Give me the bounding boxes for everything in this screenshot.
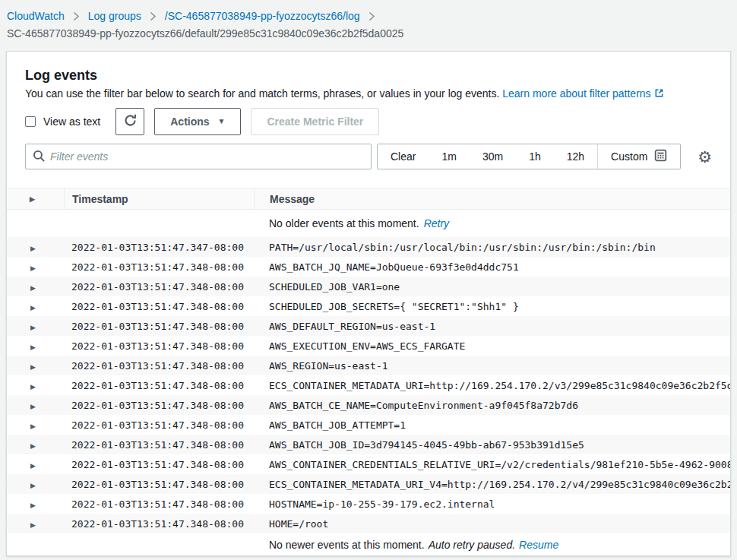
time-range-clear[interactable]: Clear — [378, 144, 429, 169]
log-event-row: ▶ 2022-01-03T13:51:47.348-08:00 AWS_CONT… — [7, 454, 730, 474]
expand-row-button[interactable]: ▶ — [7, 518, 64, 530]
calendar-icon — [654, 149, 667, 164]
log-event-row: ▶ 2022-01-03T13:51:47.348-08:00 SCHEDULE… — [7, 296, 730, 316]
expand-row-button[interactable]: ▶ — [7, 498, 64, 510]
message-column-header: Message — [254, 188, 730, 209]
log-event-row: ▶ 2022-01-03T13:51:47.348-08:00 ECS_CONT… — [7, 375, 730, 395]
timestamp-column-header: Timestamp — [64, 188, 254, 209]
expand-arrow-icon: ▶ — [30, 363, 36, 371]
expand-row-button[interactable]: ▶ — [7, 419, 64, 431]
time-range-12h[interactable]: 12h — [554, 144, 597, 169]
expand-row-button[interactable]: ▶ — [7, 261, 64, 273]
filter-search — [25, 144, 372, 169]
event-message: AWS_BATCH_CE_NAME=ComputeEnvironment-a9f… — [254, 400, 730, 411]
expand-row-button[interactable]: ▶ — [7, 321, 64, 332]
time-range-custom[interactable]: Custom — [598, 144, 680, 169]
log-events-panel: Log events You can use the filter bar be… — [6, 51, 731, 556]
event-timestamp: 2022-01-03T13:51:47.348-08:00 — [64, 360, 254, 372]
preferences-button[interactable]: ⚙ — [697, 149, 712, 165]
chevron-right-icon — [73, 11, 80, 21]
breadcrumb-current-stream: SC-465877038949-pp-fyozzocytsz66/default… — [7, 27, 737, 40]
breadcrumb-log-group[interactable]: /SC-465877038949-pp-fyozzocytsz66/log — [165, 10, 360, 22]
breadcrumb: CloudWatch Log groups /SC-465877038949-p… — [0, 0, 737, 40]
expand-arrow-icon: ▶ — [30, 521, 36, 529]
refresh-icon — [123, 113, 138, 130]
log-event-row: ▶ 2022-01-03T13:51:47.348-08:00 AWS_BATC… — [7, 435, 730, 454]
expand-arrow-icon: ▶ — [30, 195, 35, 203]
view-as-text-checkbox[interactable] — [25, 116, 36, 127]
actions-button[interactable]: Actions ▼ — [154, 108, 241, 135]
caret-down-icon: ▼ — [218, 118, 226, 125]
expand-arrow-icon: ▶ — [30, 403, 36, 410]
log-event-row: ▶ 2022-01-03T13:51:47.348-08:00 AWS_BATC… — [7, 395, 730, 415]
external-link-icon — [654, 87, 664, 101]
expand-arrow-icon: ▶ — [30, 442, 36, 450]
table-header: ▶ Timestamp Message — [7, 188, 730, 210]
breadcrumb-log-groups[interactable]: Log groups — [88, 10, 141, 22]
event-message: AWS_BATCH_JOB_ID=3d794145-4045-49bb-ab67… — [254, 439, 730, 451]
toolbar: View as text Actions ▼ Create Metric Fil… — [7, 108, 730, 135]
actions-label: Actions — [170, 115, 209, 128]
expand-row-button[interactable]: ▶ — [7, 360, 64, 372]
expand-row-button[interactable]: ▶ — [7, 459, 64, 470]
expand-row-button[interactable]: ▶ — [7, 340, 64, 352]
expand-row-button[interactable]: ▶ — [7, 301, 64, 312]
event-timestamp: 2022-01-03T13:51:47.348-08:00 — [64, 439, 254, 451]
event-timestamp: 2022-01-03T13:51:47.348-08:00 — [64, 321, 254, 332]
event-message: AWS_REGION=us-east-1 — [254, 360, 730, 372]
log-event-row: ▶ 2022-01-03T13:51:47.348-08:00 AWS_BATC… — [7, 415, 730, 435]
resume-link[interactable]: Resume — [519, 539, 558, 551]
create-metric-filter-button[interactable]: Create Metric Filter — [251, 108, 379, 135]
no-newer-events-row: No newer events at this moment. Auto ret… — [7, 533, 730, 555]
gear-icon: ⚙ — [697, 148, 712, 166]
panel-description: You can use the filter bar below to sear… — [25, 87, 712, 101]
expand-arrow-icon: ▶ — [30, 501, 36, 509]
panel-header: Log events You can use the filter bar be… — [7, 52, 730, 101]
event-timestamp: 2022-01-03T13:51:47.348-08:00 — [64, 518, 254, 530]
log-event-row: ▶ 2022-01-03T13:51:47.348-08:00 AWS_EXEC… — [7, 336, 730, 356]
event-timestamp: 2022-01-03T13:51:47.348-08:00 — [64, 261, 254, 273]
event-message: HOME=/root — [254, 518, 730, 530]
page-title: Log events — [25, 67, 712, 84]
log-event-row: ▶ 2022-01-03T13:51:47.348-08:00 AWS_DEFA… — [7, 316, 730, 336]
expand-row-button[interactable]: ▶ — [7, 242, 64, 253]
event-message: PATH=/usr/local/sbin:/usr/local/bin:/usr… — [254, 242, 730, 253]
expand-all-header[interactable]: ▶ — [7, 188, 64, 209]
log-event-row: ▶ 2022-01-03T13:51:47.348-08:00 HOME=/ro… — [7, 514, 730, 533]
event-timestamp: 2022-01-03T13:51:47.348-08:00 — [64, 340, 254, 352]
log-event-row: ▶ 2022-01-03T13:51:47.348-08:00 SCHEDULE… — [7, 277, 730, 296]
auto-retry-paused-text: Auto retry paused. — [429, 539, 515, 551]
event-timestamp: 2022-01-03T13:51:47.348-08:00 — [64, 301, 254, 312]
event-timestamp: 2022-01-03T13:51:47.347-08:00 — [64, 242, 254, 253]
time-range-1h[interactable]: 1h — [516, 144, 554, 169]
event-timestamp: 2022-01-03T13:51:47.348-08:00 — [64, 380, 254, 391]
expand-arrow-icon: ▶ — [30, 383, 36, 391]
refresh-button[interactable] — [115, 108, 144, 135]
expand-arrow-icon: ▶ — [30, 422, 36, 430]
expand-row-button[interactable]: ▶ — [7, 281, 64, 293]
expand-arrow-icon: ▶ — [30, 245, 36, 252]
event-timestamp: 2022-01-03T13:51:47.348-08:00 — [64, 498, 254, 510]
view-as-text-option: View as text — [25, 115, 100, 128]
retry-link[interactable]: Retry — [424, 217, 449, 229]
expand-arrow-icon: ▶ — [30, 324, 36, 331]
log-event-row: ▶ 2022-01-03T13:51:47.348-08:00 ECS_CONT… — [7, 474, 730, 494]
event-timestamp: 2022-01-03T13:51:47.348-08:00 — [64, 281, 254, 293]
event-timestamp: 2022-01-03T13:51:47.348-08:00 — [64, 459, 254, 470]
breadcrumb-cloudwatch[interactable]: CloudWatch — [7, 10, 65, 22]
time-range-30m[interactable]: 30m — [470, 144, 516, 169]
expand-row-button[interactable]: ▶ — [7, 439, 64, 451]
learn-more-link[interactable]: Learn more about filter patterns — [502, 87, 663, 100]
no-older-events-text: No older events at this moment. — [269, 217, 419, 229]
time-range-1m[interactable]: 1m — [429, 144, 469, 169]
expand-row-button[interactable]: ▶ — [7, 400, 64, 411]
log-event-row: ▶ 2022-01-03T13:51:47.348-08:00 HOSTNAME… — [7, 494, 730, 514]
filter-events-input[interactable] — [25, 144, 372, 169]
expand-row-button[interactable]: ▶ — [7, 380, 64, 391]
expand-row-button[interactable]: ▶ — [7, 479, 64, 490]
log-events-table: ▶ Timestamp Message No older events at t… — [7, 188, 730, 555]
event-message: AWS_CONTAINER_CREDENTIALS_RELATIVE_URI=/… — [254, 459, 730, 470]
no-older-events-row: No older events at this moment. Retry — [7, 210, 730, 237]
event-timestamp: 2022-01-03T13:51:47.348-08:00 — [64, 479, 254, 490]
no-newer-events-text: No newer events at this moment. — [269, 539, 425, 551]
